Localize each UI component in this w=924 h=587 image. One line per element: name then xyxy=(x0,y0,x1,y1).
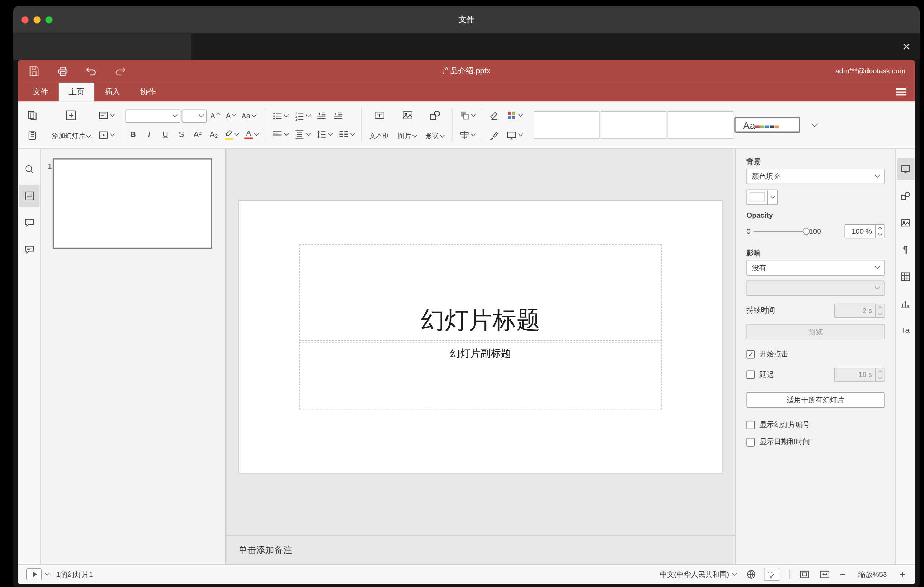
fit-width-button[interactable] xyxy=(819,569,830,580)
color-scheme-icon xyxy=(506,110,517,120)
copy-button[interactable] xyxy=(25,107,40,122)
slide-counter: 1的幻灯片1 xyxy=(56,569,93,580)
slide-canvas[interactable]: 幻灯片标题 幻灯片副标题 xyxy=(226,149,735,535)
insert-image-button[interactable]: 图片 xyxy=(394,107,420,142)
subscript-button[interactable]: A₂ xyxy=(206,127,221,142)
traffic-lights xyxy=(13,16,52,23)
opacity-input[interactable]: 100 % xyxy=(845,224,876,238)
subtitle-placeholder[interactable]: 幻灯片副标题 xyxy=(299,342,662,409)
menu-icon[interactable] xyxy=(896,89,906,96)
delay-checkbox[interactable] xyxy=(746,371,755,379)
fill-color-picker[interactable] xyxy=(746,190,777,205)
clear-style-button[interactable] xyxy=(487,107,502,122)
chevron-down-icon xyxy=(732,571,737,575)
tab-file[interactable]: 文件 xyxy=(23,82,59,101)
font-name-combo[interactable] xyxy=(126,109,181,122)
paragraph-settings-button[interactable]: ¶ xyxy=(897,238,914,261)
apply-to-all-slides-button[interactable]: 适用于所有幻灯片 xyxy=(746,392,884,407)
align-button[interactable] xyxy=(270,127,291,142)
line-spacing-button[interactable] xyxy=(314,127,335,142)
search-button[interactable] xyxy=(19,158,39,180)
show-slide-number-checkbox[interactable] xyxy=(746,420,755,429)
add-slide-button[interactable]: 添加幻灯片 xyxy=(48,107,94,142)
copy-style-button[interactable] xyxy=(487,127,502,143)
slide-settings-button[interactable] xyxy=(897,158,914,180)
comments-panel-button[interactable] xyxy=(19,212,39,234)
undo-icon[interactable] xyxy=(85,64,98,77)
insert-textbox-button[interactable]: 文本框 xyxy=(366,107,393,142)
show-date-time-checkbox[interactable] xyxy=(746,438,755,446)
slide-layout-button[interactable] xyxy=(96,107,117,122)
minimize-traffic-light[interactable] xyxy=(33,16,40,23)
change-case-button[interactable]: Aa xyxy=(239,108,258,123)
theme-preview-selected[interactable]: Aa xyxy=(734,117,800,133)
start-slideshow-statusbar-button[interactable] xyxy=(26,569,42,580)
spellcheck-button[interactable]: abc xyxy=(764,568,779,581)
fill-type-select[interactable]: 颜色填充 xyxy=(746,168,884,184)
start-slideshow-button[interactable] xyxy=(96,127,117,143)
decrease-indent-button[interactable] xyxy=(314,108,329,123)
slide-thumbnail[interactable] xyxy=(53,158,213,249)
set-language-button[interactable] xyxy=(746,569,757,580)
language-selector[interactable]: 中文(中华人民共和国) xyxy=(660,569,736,580)
tab-collaboration[interactable]: 协作 xyxy=(130,82,166,101)
start-on-click-checkbox[interactable]: ✓ xyxy=(746,350,755,358)
columns-button[interactable] xyxy=(336,127,357,142)
vertical-align-button[interactable] xyxy=(292,127,313,142)
redo-icon[interactable] xyxy=(114,64,126,77)
opacity-slider[interactable] xyxy=(753,231,806,232)
superscript-button[interactable]: A² xyxy=(190,127,205,142)
slider-knob[interactable] xyxy=(802,228,810,235)
tab-insert[interactable]: 插入 xyxy=(94,82,130,101)
theme-preview[interactable] xyxy=(601,111,666,139)
theme-gallery-expand-button[interactable] xyxy=(808,113,820,137)
italic-button[interactable]: I xyxy=(142,127,157,142)
title-placeholder[interactable]: 幻灯片标题 xyxy=(299,244,662,341)
bold-button[interactable]: B xyxy=(126,127,141,142)
opacity-spinner[interactable] xyxy=(876,224,885,238)
increase-indent-button[interactable] xyxy=(330,108,346,123)
slideshow-options-chevron[interactable] xyxy=(45,571,50,575)
close-icon[interactable]: × xyxy=(903,40,910,53)
save-icon[interactable] xyxy=(27,64,40,77)
slide[interactable]: 幻灯片标题 幻灯片副标题 xyxy=(239,201,722,473)
duration-input: 2 s xyxy=(835,303,876,318)
slides-panel-button[interactable] xyxy=(19,185,39,208)
notes-placeholder[interactable]: 单击添加备注 xyxy=(226,535,735,564)
tab-home[interactable]: 主页 xyxy=(59,82,94,101)
paste-button[interactable] xyxy=(25,127,40,143)
align-shapes-button[interactable] xyxy=(457,127,478,143)
user-email: adm***@dootask.com xyxy=(835,67,915,76)
theme-preview[interactable] xyxy=(534,111,599,139)
print-icon[interactable] xyxy=(56,64,69,77)
font-color-button[interactable]: A xyxy=(242,127,261,142)
highlight-color-button[interactable] xyxy=(222,127,241,142)
slide-size-button[interactable] xyxy=(504,127,525,143)
image-settings-button[interactable] xyxy=(897,212,914,234)
underline-button[interactable]: U xyxy=(158,127,173,142)
strikeout-button[interactable]: S xyxy=(174,127,189,142)
fit-slide-button[interactable] xyxy=(799,569,810,580)
zoom-traffic-light[interactable] xyxy=(45,16,52,23)
font-size-combo[interactable] xyxy=(182,109,207,122)
close-traffic-light[interactable] xyxy=(21,16,28,23)
chat-panel-button[interactable] xyxy=(19,238,39,261)
increase-font-button[interactable]: A xyxy=(208,108,222,123)
zoom-out-button[interactable]: − xyxy=(839,569,847,580)
theme-preview[interactable] xyxy=(668,111,733,139)
bullets-button[interactable] xyxy=(270,108,291,123)
arrange-shapes-button[interactable] xyxy=(457,107,478,122)
table-settings-button[interactable] xyxy=(897,265,914,287)
chart-icon xyxy=(900,298,911,309)
textbox-icon xyxy=(373,110,385,122)
decrease-font-button[interactable]: A xyxy=(224,108,238,123)
insert-shape-button[interactable]: 形状 xyxy=(422,107,447,142)
color-scheme-button[interactable] xyxy=(504,107,525,122)
textart-settings-button[interactable]: Ta xyxy=(897,319,914,341)
chart-settings-button[interactable] xyxy=(897,292,914,315)
zoom-in-button[interactable]: + xyxy=(898,569,907,580)
numbering-button[interactable]: 123 xyxy=(292,108,313,123)
editing-area: 幻灯片标题 幻灯片副标题 单击添加备注 xyxy=(226,149,735,564)
shape-settings-button[interactable] xyxy=(897,185,914,207)
effect-select[interactable]: 没有 xyxy=(746,260,884,275)
